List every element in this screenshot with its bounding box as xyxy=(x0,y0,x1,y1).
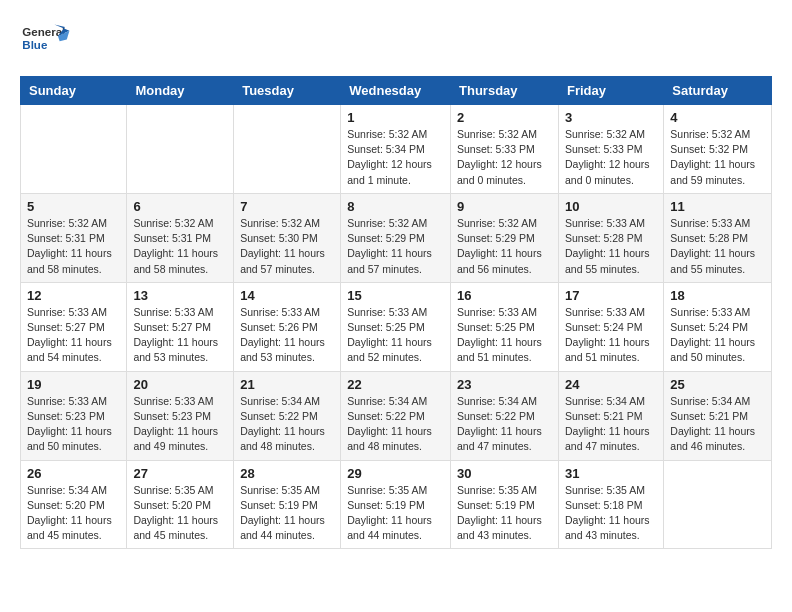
day-cell: 3Sunrise: 5:32 AM Sunset: 5:33 PM Daylig… xyxy=(558,105,663,194)
day-cell xyxy=(234,105,341,194)
day-info: Sunrise: 5:33 AM Sunset: 5:24 PM Dayligh… xyxy=(565,305,657,366)
weekday-header-wednesday: Wednesday xyxy=(341,77,451,105)
page-header: General Blue xyxy=(20,20,772,60)
day-info: Sunrise: 5:32 AM Sunset: 5:29 PM Dayligh… xyxy=(457,216,552,277)
week-row-2: 5Sunrise: 5:32 AM Sunset: 5:31 PM Daylig… xyxy=(21,193,772,282)
day-info: Sunrise: 5:32 AM Sunset: 5:32 PM Dayligh… xyxy=(670,127,765,188)
day-info: Sunrise: 5:35 AM Sunset: 5:20 PM Dayligh… xyxy=(133,483,227,544)
day-number: 15 xyxy=(347,288,444,303)
day-info: Sunrise: 5:32 AM Sunset: 5:29 PM Dayligh… xyxy=(347,216,444,277)
day-number: 23 xyxy=(457,377,552,392)
day-number: 12 xyxy=(27,288,120,303)
day-cell: 9Sunrise: 5:32 AM Sunset: 5:29 PM Daylig… xyxy=(451,193,559,282)
day-cell: 30Sunrise: 5:35 AM Sunset: 5:19 PM Dayli… xyxy=(451,460,559,549)
day-cell: 16Sunrise: 5:33 AM Sunset: 5:25 PM Dayli… xyxy=(451,282,559,371)
day-info: Sunrise: 5:32 AM Sunset: 5:30 PM Dayligh… xyxy=(240,216,334,277)
day-info: Sunrise: 5:32 AM Sunset: 5:33 PM Dayligh… xyxy=(565,127,657,188)
day-cell: 28Sunrise: 5:35 AM Sunset: 5:19 PM Dayli… xyxy=(234,460,341,549)
day-cell: 12Sunrise: 5:33 AM Sunset: 5:27 PM Dayli… xyxy=(21,282,127,371)
day-number: 28 xyxy=(240,466,334,481)
day-info: Sunrise: 5:34 AM Sunset: 5:22 PM Dayligh… xyxy=(347,394,444,455)
day-number: 8 xyxy=(347,199,444,214)
day-cell: 25Sunrise: 5:34 AM Sunset: 5:21 PM Dayli… xyxy=(664,371,772,460)
day-info: Sunrise: 5:32 AM Sunset: 5:33 PM Dayligh… xyxy=(457,127,552,188)
day-number: 3 xyxy=(565,110,657,125)
day-number: 27 xyxy=(133,466,227,481)
day-number: 22 xyxy=(347,377,444,392)
day-number: 1 xyxy=(347,110,444,125)
day-number: 26 xyxy=(27,466,120,481)
day-cell: 4Sunrise: 5:32 AM Sunset: 5:32 PM Daylig… xyxy=(664,105,772,194)
day-info: Sunrise: 5:33 AM Sunset: 5:27 PM Dayligh… xyxy=(27,305,120,366)
day-cell: 7Sunrise: 5:32 AM Sunset: 5:30 PM Daylig… xyxy=(234,193,341,282)
day-cell: 13Sunrise: 5:33 AM Sunset: 5:27 PM Dayli… xyxy=(127,282,234,371)
calendar-table: SundayMondayTuesdayWednesdayThursdayFrid… xyxy=(20,76,772,549)
weekday-header-monday: Monday xyxy=(127,77,234,105)
weekday-header-row: SundayMondayTuesdayWednesdayThursdayFrid… xyxy=(21,77,772,105)
day-info: Sunrise: 5:32 AM Sunset: 5:31 PM Dayligh… xyxy=(133,216,227,277)
day-number: 24 xyxy=(565,377,657,392)
day-info: Sunrise: 5:32 AM Sunset: 5:31 PM Dayligh… xyxy=(27,216,120,277)
svg-text:Blue: Blue xyxy=(22,39,48,51)
day-cell: 14Sunrise: 5:33 AM Sunset: 5:26 PM Dayli… xyxy=(234,282,341,371)
day-number: 17 xyxy=(565,288,657,303)
day-info: Sunrise: 5:33 AM Sunset: 5:25 PM Dayligh… xyxy=(457,305,552,366)
day-info: Sunrise: 5:34 AM Sunset: 5:22 PM Dayligh… xyxy=(457,394,552,455)
day-info: Sunrise: 5:33 AM Sunset: 5:24 PM Dayligh… xyxy=(670,305,765,366)
day-cell: 27Sunrise: 5:35 AM Sunset: 5:20 PM Dayli… xyxy=(127,460,234,549)
day-number: 10 xyxy=(565,199,657,214)
day-number: 7 xyxy=(240,199,334,214)
day-cell: 24Sunrise: 5:34 AM Sunset: 5:21 PM Dayli… xyxy=(558,371,663,460)
day-cell xyxy=(664,460,772,549)
day-cell xyxy=(127,105,234,194)
day-cell: 11Sunrise: 5:33 AM Sunset: 5:28 PM Dayli… xyxy=(664,193,772,282)
logo-icon: General Blue xyxy=(20,20,70,60)
day-cell: 19Sunrise: 5:33 AM Sunset: 5:23 PM Dayli… xyxy=(21,371,127,460)
week-row-1: 1Sunrise: 5:32 AM Sunset: 5:34 PM Daylig… xyxy=(21,105,772,194)
day-cell: 6Sunrise: 5:32 AM Sunset: 5:31 PM Daylig… xyxy=(127,193,234,282)
day-number: 6 xyxy=(133,199,227,214)
day-number: 29 xyxy=(347,466,444,481)
week-row-3: 12Sunrise: 5:33 AM Sunset: 5:27 PM Dayli… xyxy=(21,282,772,371)
day-number: 25 xyxy=(670,377,765,392)
day-number: 20 xyxy=(133,377,227,392)
day-cell: 20Sunrise: 5:33 AM Sunset: 5:23 PM Dayli… xyxy=(127,371,234,460)
day-cell: 5Sunrise: 5:32 AM Sunset: 5:31 PM Daylig… xyxy=(21,193,127,282)
day-info: Sunrise: 5:33 AM Sunset: 5:26 PM Dayligh… xyxy=(240,305,334,366)
day-cell: 10Sunrise: 5:33 AM Sunset: 5:28 PM Dayli… xyxy=(558,193,663,282)
day-number: 11 xyxy=(670,199,765,214)
day-cell: 31Sunrise: 5:35 AM Sunset: 5:18 PM Dayli… xyxy=(558,460,663,549)
day-number: 13 xyxy=(133,288,227,303)
day-cell xyxy=(21,105,127,194)
day-info: Sunrise: 5:34 AM Sunset: 5:20 PM Dayligh… xyxy=(27,483,120,544)
day-number: 21 xyxy=(240,377,334,392)
day-cell: 1Sunrise: 5:32 AM Sunset: 5:34 PM Daylig… xyxy=(341,105,451,194)
day-cell: 2Sunrise: 5:32 AM Sunset: 5:33 PM Daylig… xyxy=(451,105,559,194)
day-info: Sunrise: 5:33 AM Sunset: 5:28 PM Dayligh… xyxy=(565,216,657,277)
day-cell: 23Sunrise: 5:34 AM Sunset: 5:22 PM Dayli… xyxy=(451,371,559,460)
day-cell: 26Sunrise: 5:34 AM Sunset: 5:20 PM Dayli… xyxy=(21,460,127,549)
day-info: Sunrise: 5:34 AM Sunset: 5:21 PM Dayligh… xyxy=(670,394,765,455)
day-number: 19 xyxy=(27,377,120,392)
day-info: Sunrise: 5:33 AM Sunset: 5:25 PM Dayligh… xyxy=(347,305,444,366)
day-cell: 29Sunrise: 5:35 AM Sunset: 5:19 PM Dayli… xyxy=(341,460,451,549)
day-number: 2 xyxy=(457,110,552,125)
day-info: Sunrise: 5:35 AM Sunset: 5:19 PM Dayligh… xyxy=(240,483,334,544)
day-info: Sunrise: 5:35 AM Sunset: 5:18 PM Dayligh… xyxy=(565,483,657,544)
day-cell: 15Sunrise: 5:33 AM Sunset: 5:25 PM Dayli… xyxy=(341,282,451,371)
day-number: 31 xyxy=(565,466,657,481)
week-row-5: 26Sunrise: 5:34 AM Sunset: 5:20 PM Dayli… xyxy=(21,460,772,549)
day-cell: 22Sunrise: 5:34 AM Sunset: 5:22 PM Dayli… xyxy=(341,371,451,460)
weekday-header-saturday: Saturday xyxy=(664,77,772,105)
day-info: Sunrise: 5:33 AM Sunset: 5:27 PM Dayligh… xyxy=(133,305,227,366)
day-number: 9 xyxy=(457,199,552,214)
day-info: Sunrise: 5:34 AM Sunset: 5:22 PM Dayligh… xyxy=(240,394,334,455)
day-cell: 18Sunrise: 5:33 AM Sunset: 5:24 PM Dayli… xyxy=(664,282,772,371)
day-info: Sunrise: 5:33 AM Sunset: 5:23 PM Dayligh… xyxy=(27,394,120,455)
day-info: Sunrise: 5:33 AM Sunset: 5:28 PM Dayligh… xyxy=(670,216,765,277)
weekday-header-thursday: Thursday xyxy=(451,77,559,105)
day-cell: 21Sunrise: 5:34 AM Sunset: 5:22 PM Dayli… xyxy=(234,371,341,460)
day-number: 5 xyxy=(27,199,120,214)
day-info: Sunrise: 5:34 AM Sunset: 5:21 PM Dayligh… xyxy=(565,394,657,455)
day-number: 16 xyxy=(457,288,552,303)
